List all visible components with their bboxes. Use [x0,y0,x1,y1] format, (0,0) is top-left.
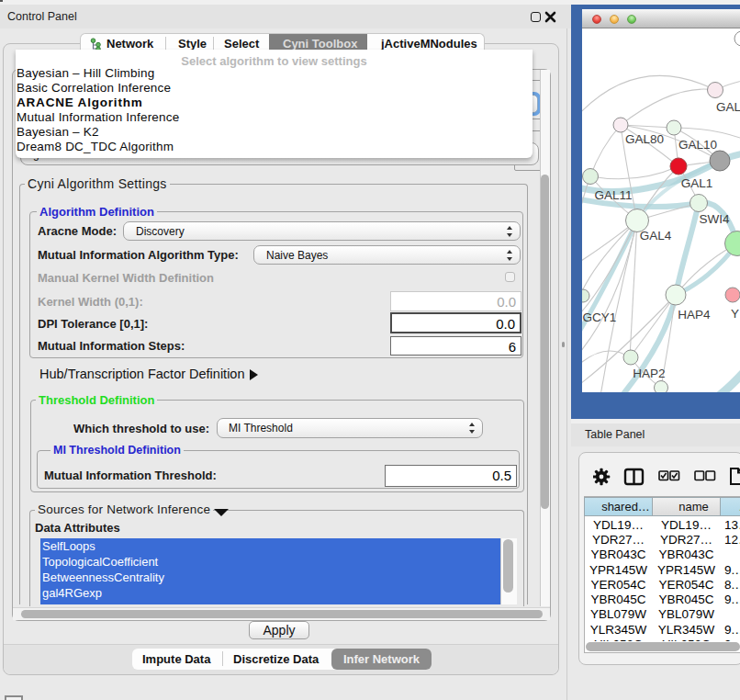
svg-text:GCY1: GCY1 [583,310,617,324]
svg-text:HAP4: HAP4 [678,308,711,322]
svg-text:SWI4: SWI4 [699,212,729,226]
svg-text:GAL10: GAL10 [678,138,717,152]
svg-text:GAL4: GAL4 [640,229,672,243]
svg-text:GAL80: GAL80 [625,132,664,146]
svg-text:Y: Y [731,307,739,321]
svg-text:GAL11: GAL11 [594,188,632,202]
svg-text:HAP2: HAP2 [633,367,665,380]
svg-text:GAL7: GAL7 [716,100,740,114]
svg-text:GAL1: GAL1 [681,176,713,190]
